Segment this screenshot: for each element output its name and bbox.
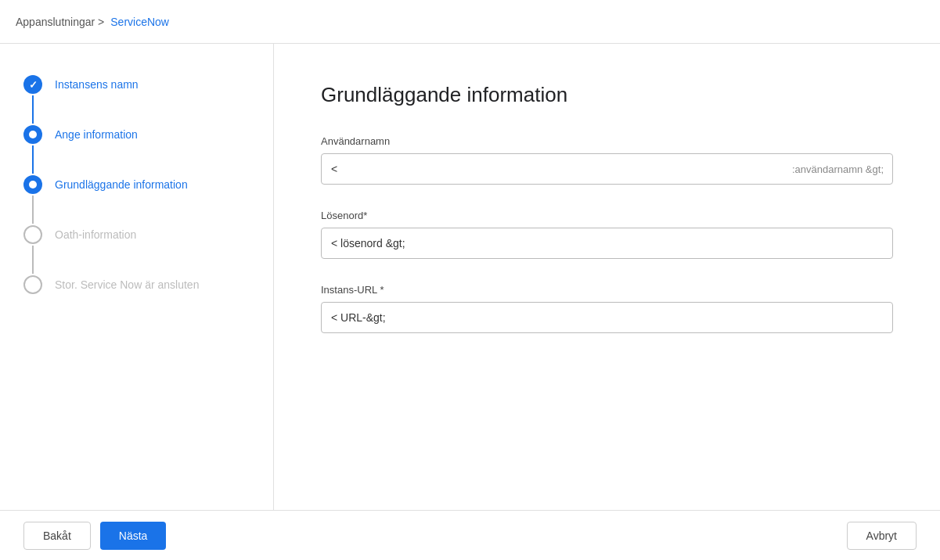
step-label-5: Stor. Service Now är ansluten — [55, 275, 199, 293]
username-label: Användarnamn — [321, 135, 893, 147]
sidebar-item-stor[interactable]: Stor. Service Now är ansluten — [23, 275, 250, 294]
cancel-button[interactable]: Avbryt — [847, 522, 917, 550]
step-line-1 — [32, 95, 34, 124]
footer: Bakåt Nästa Avbryt — [0, 510, 940, 560]
step-label-4: Oath-information — [55, 225, 136, 243]
step-connector-4 — [23, 225, 42, 275]
sidebar-item-instansens-namn[interactable]: ✓ Instansens namn — [23, 75, 250, 125]
sidebar-item-oath[interactable]: Oath-information — [23, 225, 250, 275]
step-circle-2 — [23, 125, 42, 144]
content-area: Grundläggande information Användarnamn :… — [274, 44, 940, 510]
step-circle-1: ✓ — [23, 75, 42, 94]
current-page-label: ServiceNow — [110, 16, 169, 28]
next-button[interactable]: Nästa — [100, 522, 167, 550]
instance-url-label: Instans-URL * — [321, 284, 893, 296]
step-connector-2 — [23, 125, 42, 175]
step-line-2 — [32, 145, 34, 174]
step-dot-2 — [29, 131, 37, 138]
footer-right: Avbryt — [847, 522, 917, 550]
step-circle-3 — [23, 175, 42, 194]
password-label: Lösenord* — [321, 210, 893, 221]
page-title: Grundläggande information — [321, 83, 893, 107]
step-circle-5 — [23, 275, 42, 294]
username-wrapper: :användarnamn &gt; — [321, 153, 893, 185]
instance-url-form-group: Instans-URL * — [321, 284, 893, 333]
step-label-1: Instansens namn — [55, 75, 139, 93]
step-label-2: Ange information — [55, 125, 138, 143]
breadcrumb-link[interactable]: Appanslutningar > — [16, 16, 104, 28]
top-nav: Appanslutningar > ServiceNow — [0, 0, 940, 44]
username-form-group: Användarnamn :användarnamn &gt; — [321, 135, 893, 185]
back-button[interactable]: Bakåt — [23, 522, 91, 550]
username-input[interactable] — [321, 153, 893, 185]
instance-url-input[interactable] — [321, 302, 893, 333]
sidebar: ✓ Instansens namn Ange information — [0, 44, 274, 510]
step-line-3 — [32, 196, 34, 224]
step-circle-4 — [23, 225, 42, 244]
step-connector-5 — [23, 275, 42, 294]
step-connector-1: ✓ — [23, 75, 42, 125]
check-icon-1: ✓ — [29, 79, 38, 91]
password-input[interactable] — [321, 228, 893, 259]
password-form-group: Lösenord* — [321, 210, 893, 259]
sidebar-item-ange-information[interactable]: Ange information — [23, 125, 250, 175]
sidebar-item-grundlaggande[interactable]: Grundläggande information — [23, 175, 250, 225]
step-label-3: Grundläggande information — [55, 175, 188, 193]
footer-left: Bakåt Nästa — [23, 522, 166, 550]
main-layout: ✓ Instansens namn Ange information — [0, 44, 940, 510]
step-line-4 — [32, 246, 34, 274]
step-dot-3 — [29, 181, 37, 188]
step-connector-3 — [23, 175, 42, 225]
